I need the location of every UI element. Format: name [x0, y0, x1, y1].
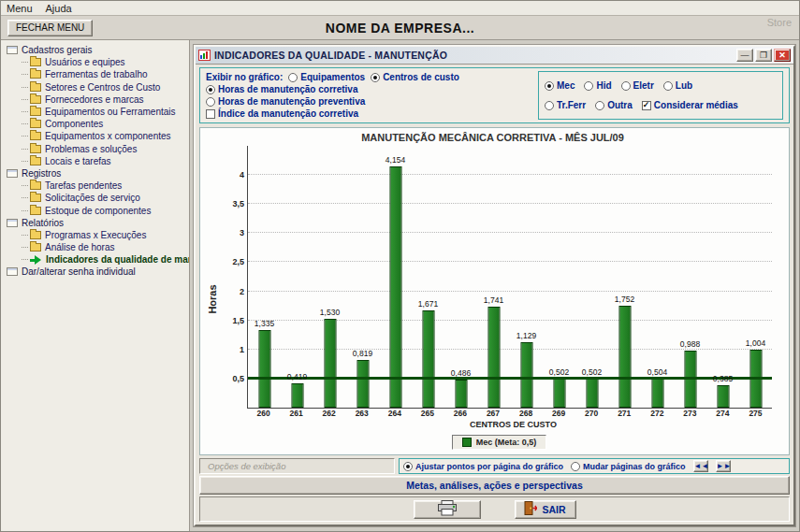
tree-item-label: Solicitações de serviço — [45, 193, 140, 203]
radio-centros-de-custo[interactable]: Centros de custo — [371, 72, 459, 82]
radio-eletr[interactable]: Eletr — [621, 80, 654, 91]
maintenance-type-panel: Mec Hid Eletr — [538, 71, 783, 120]
opcoes-exibicao-box: Opções de exibição — [199, 458, 395, 474]
tree-item-label: Cadastros gerais — [22, 45, 93, 55]
radio-trferr[interactable]: Tr.Ferr — [545, 100, 586, 110]
bar-slot: 0,486 — [444, 146, 477, 408]
tree-item-label: Equipamentos x componentes — [45, 131, 171, 141]
radio-hid[interactable]: Hid — [584, 80, 611, 91]
folder-icon — [30, 231, 41, 239]
tree-item[interactable]: Tarefas pendentes — [3, 180, 187, 192]
tree-item-label: Dar/alterar senha individual — [22, 266, 136, 277]
page-prev-button[interactable]: ◄◄ — [693, 460, 708, 472]
tree-item[interactable]: Fornecedores e marcas — [3, 93, 187, 106]
bar-268 — [520, 342, 532, 408]
tree-item[interactable]: Componentes — [3, 118, 187, 130]
node-icon — [7, 169, 18, 178]
bar-slot: 1,335 — [248, 146, 281, 408]
metas-analises-button[interactable]: Metas, análises, ações e perspectivas — [199, 476, 790, 495]
bar-slot: 0,502 — [575, 146, 608, 408]
tree-connector — [22, 197, 28, 198]
menu-item-menu[interactable]: Menu — [7, 3, 33, 14]
folder-icon — [30, 157, 41, 165]
radio-icon — [545, 81, 554, 91]
y-tick-label: 4 — [220, 170, 244, 180]
radio-icon — [403, 462, 413, 471]
print-button[interactable] — [414, 500, 481, 519]
radio-icon — [206, 85, 215, 94]
close-button[interactable]: ✕ — [774, 49, 791, 62]
menu-item-ajuda[interactable]: Ajuda — [46, 3, 72, 14]
tree-connector — [22, 99, 28, 100]
tree-item-label: Usuários e equipes — [45, 57, 125, 67]
x-tick-label: 270 — [575, 409, 608, 420]
printer-icon — [436, 500, 458, 519]
page-next-button[interactable]: ►► — [716, 460, 731, 472]
checkbox-considerar-medias[interactable]: Considerar médias — [642, 100, 738, 110]
tree-item[interactable]: Usuários e equipes — [3, 56, 187, 68]
chart-title: MANUTENÇÃO MECÂNICA CORRETIVA - MÊS JUL/… — [206, 132, 779, 146]
x-tick-label: 264 — [378, 409, 411, 420]
y-tick-label: 3 — [220, 228, 244, 237]
tree-item-label: Análise de horas — [45, 242, 115, 252]
tree-item[interactable]: Locais e tarefas — [3, 155, 187, 167]
plot-area: 1,3350,4191,5300,8194,1541,6710,4861,741… — [247, 146, 772, 409]
radio-icon — [571, 462, 580, 471]
radio-mec[interactable]: Mec — [545, 80, 575, 91]
tree-item[interactable]: Ferramentas de trabalho — [3, 68, 187, 80]
folder-icon — [30, 108, 41, 116]
folder-icon — [30, 70, 41, 79]
chart-options-panel: Exibir no gráfico: Equipamentos Centros … — [199, 67, 790, 123]
maximize-button[interactable]: ❐ — [755, 49, 772, 62]
x-tick-label: 272 — [641, 409, 674, 420]
tree-item[interactable]: Relatórios — [3, 217, 187, 229]
tree-item-label: Equipamentos ou Ferramentais — [45, 107, 176, 117]
radio-icon — [595, 101, 604, 110]
x-tick-label: 260 — [247, 409, 280, 420]
tree-item[interactable]: Estoque de componentes — [3, 204, 187, 216]
sair-button[interactable]: SAIR — [515, 500, 576, 519]
x-tick-label: 261 — [280, 409, 313, 420]
y-tick-label: 2 — [220, 287, 244, 296]
meta-target-line — [248, 377, 772, 380]
tree-item[interactable]: Dar/alterar senha individual — [3, 266, 187, 278]
radio-icon — [621, 81, 631, 91]
bar-267 — [487, 307, 500, 408]
tree-item[interactable]: Equipamentos x componentes — [3, 130, 187, 142]
minimize-button[interactable]: — — [736, 49, 753, 62]
bar-slot: 1,004 — [739, 146, 772, 408]
bar-slot: 0,819 — [346, 146, 379, 408]
radio-outra[interactable]: Outra — [595, 100, 633, 110]
tree-item[interactable]: Programas x Execuções — [3, 229, 187, 241]
radio-horas-preventiva[interactable]: Horas de manutenção preventiva — [206, 96, 365, 107]
fechar-menu-button[interactable]: FECHAR MENU — [7, 20, 93, 36]
tree-item[interactable]: Equipamentos ou Ferramentais — [3, 106, 187, 118]
bar-value-label: 0,819 — [353, 349, 372, 358]
bar-262 — [324, 319, 336, 408]
radio-icon — [288, 73, 298, 82]
folder-icon — [30, 58, 41, 66]
sair-label: SAIR — [542, 504, 565, 515]
tree-item[interactable]: Setores e Centros de Custo — [3, 81, 187, 93]
tree-item[interactable]: Análise de horas — [3, 241, 187, 253]
window-titlebar: INDICADORES DA QUALIDADE - MANUTENÇÃO — … — [196, 47, 793, 65]
tree-item[interactable]: Indicadores da qualidade de manut — [3, 253, 187, 266]
tree-item[interactable]: Cadastros gerais — [3, 44, 187, 56]
checkbox-icon — [206, 109, 215, 119]
tree-item[interactable]: Registros — [3, 167, 187, 180]
bar-slot: 1,752 — [608, 146, 641, 408]
bar-value-label: 0,504 — [647, 367, 667, 377]
bottom-button-bar: SAIR — [199, 496, 790, 522]
tree-item[interactable]: Problemas e soluções — [3, 143, 187, 155]
radio-mudar-paginas[interactable]: Mudar páginas do gráfico — [571, 462, 686, 471]
radio-equipamentos[interactable]: Equipamentos — [288, 72, 365, 82]
radio-ajustar-pontos[interactable]: Ajustar pontos por página do gráfico — [403, 462, 563, 471]
radio-lub[interactable]: Lub — [663, 80, 692, 91]
bar-slot: 1,741 — [477, 146, 510, 408]
tree-item[interactable]: Solicitações de serviço — [3, 192, 187, 204]
checkbox-indice-corretiva[interactable]: Índice da manutenção corretiva — [206, 108, 358, 119]
radio-horas-corretiva[interactable]: Horas de manutenção corretiva — [206, 84, 358, 94]
tree-item-label: Setores e Centros de Custo — [45, 82, 160, 93]
folder-icon — [30, 207, 41, 215]
bar-value-label: 1,004 — [746, 338, 765, 348]
